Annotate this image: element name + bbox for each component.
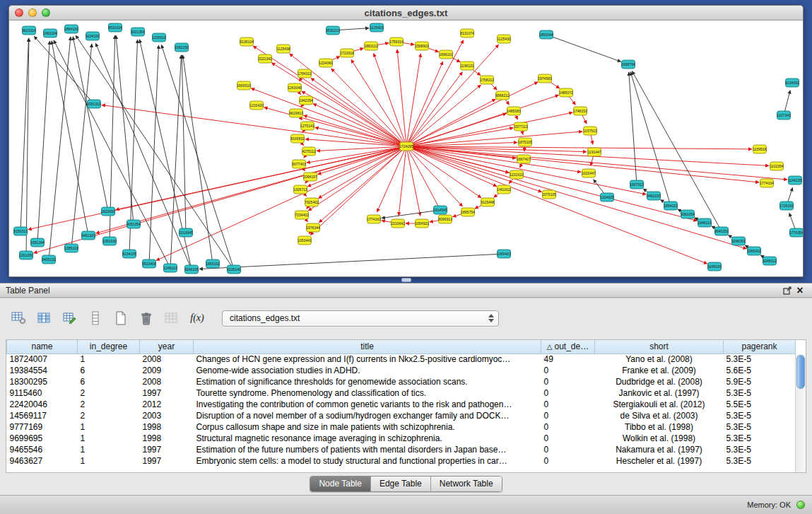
table-cell[interactable]: 5.3E-5: [724, 387, 796, 399]
graph-node-teal[interactable]: 1854021: [664, 201, 678, 210]
table-cell[interactable]: 5.6E-5: [724, 365, 796, 376]
citation-edge-red[interactable]: [307, 146, 406, 187]
graph-node-yellow[interactable]: 8105832: [290, 134, 305, 143]
graph-node-teal[interactable]: 2062150: [175, 43, 189, 52]
graph-node-teal[interactable]: 8531024: [108, 23, 122, 32]
tab-node-table[interactable]: Node Table: [310, 477, 370, 491]
graph-node-yellow[interactable]: 1863112: [364, 42, 377, 50]
table-cell[interactable]: Tourette syndrome. Phenomenology and cla…: [194, 387, 541, 399]
citation-edge-red[interactable]: [399, 146, 406, 216]
citation-edge-red[interactable]: [304, 115, 406, 146]
show-columns-icon[interactable]: [35, 309, 54, 327]
graph-node-yellow[interactable]: 2094157: [303, 173, 317, 181]
column-header-pagerank[interactable]: pagerank: [724, 340, 796, 354]
citation-edge-red[interactable]: [406, 146, 420, 216]
graph-node-teal[interactable]: 8640251: [714, 227, 729, 235]
table-cell[interactable]: Embryonic stem cells: a model to study s…: [194, 455, 541, 467]
node-table[interactable]: namein_degreeyeartitle△out_de…shortpager…: [6, 340, 796, 467]
function-builder-icon[interactable]: f(x): [188, 309, 206, 327]
graph-node-teal[interactable]: 9405132: [42, 255, 56, 264]
graph-node-yellow[interactable]: 8096913: [438, 215, 452, 223]
graph-node-teal[interactable]: 2261050: [19, 251, 33, 259]
graph-node-teal[interactable]: 1726103: [779, 201, 794, 210]
table-cell[interactable]: 1: [78, 354, 140, 365]
citation-edge-black[interactable]: [34, 36, 94, 104]
table-cell[interactable]: 9115460: [7, 387, 78, 399]
citation-edge-red[interactable]: [319, 146, 406, 223]
tab-network-table[interactable]: Network Table: [430, 477, 502, 491]
citation-edge-black[interactable]: [52, 41, 88, 235]
table-cell[interactable]: 0: [541, 433, 595, 444]
table-cell[interactable]: Disruption of a novel member of a sodium…: [194, 410, 541, 421]
table-row[interactable]: 2242004622012Investigating the contribut…: [7, 399, 796, 410]
table-cell[interactable]: Hescheler et al. (1997): [595, 455, 724, 467]
citation-edge-red[interactable]: [406, 146, 707, 264]
citation-edge-red[interactable]: [156, 146, 406, 260]
graph-node-yellow[interactable]: 2221342: [258, 54, 272, 63]
graph-node-yellow[interactable]: 1895754: [461, 208, 475, 216]
citation-edge-red[interactable]: [406, 146, 697, 221]
graph-node-yellow[interactable]: 1568901: [415, 42, 429, 50]
network-window-titlebar[interactable]: citations_edges.txt: [9, 6, 803, 21]
table-cell[interactable]: 5.3E-5: [724, 421, 796, 433]
graph-node-yellow[interactable]: 9077403: [292, 160, 306, 168]
graph-node-yellow[interactable]: 1976344: [306, 223, 320, 232]
table-cell[interactable]: 0: [541, 455, 595, 467]
table-cell[interactable]: 0: [541, 376, 595, 387]
graph-node-yellow[interactable]: 1224060: [319, 59, 333, 67]
graph-node-teal[interactable]: 1863044: [539, 30, 553, 39]
citation-edge-black[interactable]: [49, 37, 71, 259]
close-panel-icon[interactable]: ×: [794, 285, 806, 296]
table-row[interactable]: 1830029562008Estimation of significance …: [7, 376, 796, 387]
table-cell[interactable]: 0: [541, 410, 595, 421]
graph-node-yellow[interactable]: 9568212: [495, 91, 510, 100]
graph-node-teal[interactable]: 1667913: [630, 180, 644, 189]
citation-edge-red[interactable]: [116, 146, 406, 210]
table-cell[interactable]: Jankovic et al. (1997): [595, 387, 724, 399]
column-header-year[interactable]: year: [140, 340, 194, 354]
graph-node-yellow[interactable]: 1485072: [559, 88, 573, 97]
table-cell[interactable]: 1: [78, 421, 140, 433]
graph-node-teal[interactable]: 1285103: [64, 244, 78, 252]
graph-node-yellow[interactable]: 1215420: [249, 101, 264, 110]
table-cell[interactable]: 0: [541, 421, 595, 433]
graph-node-yellow[interactable]: 1774034: [760, 179, 774, 187]
citation-edge-red[interactable]: [318, 146, 406, 198]
graph-node-yellow[interactable]: 1784112: [298, 69, 311, 78]
graph-node-yellow[interactable]: 1759314: [389, 37, 404, 46]
citation-edge-red[interactable]: [331, 69, 406, 146]
table-cell[interactable]: 2012: [140, 399, 194, 410]
table-cell[interactable]: 22420046: [7, 399, 78, 410]
graph-node-teal[interactable]: 8134105: [122, 250, 136, 258]
graph-node-yellow[interactable]: 1669510: [237, 81, 251, 90]
table-cell[interactable]: 0: [541, 399, 595, 410]
graph-node-teal[interactable]: 1051630: [102, 237, 117, 245]
graph-node-teal[interactable]: 1227341: [777, 111, 791, 119]
minimize-window-button[interactable]: [28, 8, 37, 17]
citation-edge-black[interactable]: [54, 40, 170, 268]
graph-node-teal[interactable]: 1246113: [163, 264, 177, 272]
table-cell[interactable]: 1998: [140, 433, 194, 444]
graph-node-yellow[interactable]: 8131074: [460, 29, 474, 37]
graph-node-teal[interactable]: 1235610: [152, 33, 166, 42]
graph-node-teal[interactable]: 9461033: [647, 192, 661, 200]
table-cell[interactable]: Estimation of the future numbers of pati…: [194, 444, 541, 455]
graph-node-teal[interactable]: 2051310: [87, 100, 101, 108]
graph-node-teal[interactable]: 9246105: [184, 265, 199, 274]
table-cell[interactable]: 2: [78, 410, 140, 421]
column-header-out-de-[interactable]: △out_de…: [541, 340, 595, 354]
citation-network-graph[interactable]: 1724095178411212630461942054961981312751…: [9, 21, 803, 276]
table-cell[interactable]: 5.3E-5: [724, 410, 796, 421]
table-cell[interactable]: 0: [541, 365, 595, 376]
table-cell[interactable]: 18300295: [7, 376, 78, 387]
table-cell[interactable]: Stergiakouli et al. (2012): [595, 399, 724, 410]
citation-edge-red[interactable]: [317, 146, 406, 175]
graph-node-teal[interactable]: 1125403: [370, 23, 383, 32]
table-row[interactable]: 1938455462009Genome-wide association stu…: [7, 365, 796, 376]
citation-edge-red[interactable]: [96, 146, 406, 233]
graph-node-teal[interactable]: 1770354: [789, 228, 803, 237]
citation-edge-red[interactable]: [406, 62, 443, 146]
citation-edge-black[interactable]: [116, 35, 134, 224]
citation-edge-red[interactable]: [406, 128, 513, 146]
graph-node-teal[interactable]: 1864100: [64, 25, 78, 33]
